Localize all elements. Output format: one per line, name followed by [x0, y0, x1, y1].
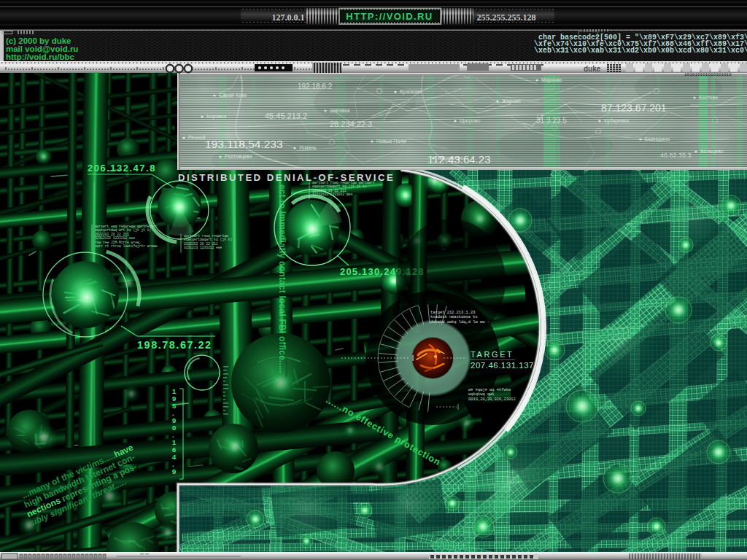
svg-text:eqwkqertdwqwrt kq (jk jk k): eqwkqertdwqwrt kq (jk jk k): [312, 184, 366, 188]
svg-text:46.82.35.3: 46.82.35.3: [660, 152, 692, 159]
svg-text:Мархово: Мархово: [541, 77, 562, 83]
svg-text:255.255.255.128: 255.255.255.128: [477, 12, 536, 23]
svg-text:2022202 20 22 211: 2022202 20 22 211: [184, 242, 218, 246]
svg-text:2022202 20 22 211: 2022202 20 22 211: [95, 233, 129, 236]
svg-text:Ростовцево: Ростовцево: [225, 154, 252, 160]
svg-text:Кубаревка: Кубаревка: [604, 118, 629, 124]
svg-text:Вяльцево: Вяльцево: [700, 149, 724, 155]
svg-text:Новые Поля: Новые Поля: [376, 139, 406, 144]
svg-text:31.3.23.5: 31.3.23.5: [536, 117, 567, 125]
svg-text:ect to immediatly contact loca: ect to immediatly contact local FBI offi…: [277, 184, 287, 373]
svg-text:32312133 1233212 ewe: 32312133 1233212 ewe: [95, 236, 135, 240]
svg-text:eqwkqertdwq wrt kq (jk jk k): eqwkqertdwq wrt kq (jk jk k): [95, 228, 151, 232]
svg-text:101010101010101010: 101010101010101010: [684, 72, 732, 77]
svg-text:Жирово: Жирово: [502, 98, 521, 104]
svg-text:198.78.67.22: 198.78.67.22: [137, 339, 212, 351]
svg-text:\xeb\x31\xc0\xab\x31\xd2\xb0\x: \xeb\x31\xc0\xab\x31\xd2\xb0\x0b\xcd\x80…: [534, 47, 747, 55]
svg-text:Боровка: Боровка: [206, 114, 226, 120]
svg-text:87.123.67.201: 87.123.67.201: [601, 102, 667, 114]
svg-text:28.234.22.3: 28.234.22.3: [330, 120, 372, 128]
svg-text:Усмань: Усмань: [299, 145, 317, 150]
svg-text:Речной: Речной: [188, 135, 205, 140]
svg-text:target 212.213.1.23: target 212.213.1.23: [430, 311, 475, 315]
svg-text:duke: duke: [584, 65, 601, 73]
svg-text:HTTP://VOID.RU: HTTP://VOID.RU: [346, 11, 433, 22]
svg-text:qwrswrt ewq reqwreqw qwrtreqw: qwrswrt ewq reqwreqw qwrtreqwrt: [95, 225, 158, 228]
svg-text:192.18.6.2: 192.18.6.2: [298, 82, 333, 90]
svg-text:Костово: Костово: [699, 95, 718, 100]
svg-text:TARGET: TARGET: [471, 350, 514, 359]
svg-text:Екатерино: Екатерино: [645, 136, 670, 142]
svg-text:112.43.64.23: 112.43.64.23: [427, 153, 490, 166]
svg-text:193.118.54.233: 193.118.54.233: [205, 138, 283, 150]
svg-text:Шаговка: Шаговка: [330, 108, 350, 113]
svg-text:207.46.131.137: 207.46.131.137: [471, 361, 534, 370]
svg-text:eqwkqertdwqwrt kq (jk k): eqwkqertdwqwrt kq (jk k): [184, 238, 232, 241]
svg-text:qwrtswrt rswq reqwrtqw: qwrtswrt rswq reqwrtqw: [184, 234, 228, 238]
svg-text:Щигрово: Щигрово: [460, 118, 480, 124]
svg-text:knadask nmaskomsa ks: knadask nmaskomsa ks: [430, 315, 478, 319]
svg-text:wqkqkwq qwk: wqkqkwq qwk: [468, 392, 495, 397]
svg-text:206.132.47.8: 206.132.47.8: [88, 163, 156, 174]
svg-text:Сарай Ково: Сарай Ково: [219, 93, 247, 98]
svg-text:http://void.ru/bbc: http://void.ru/bbc: [6, 52, 75, 61]
svg-text:rew rew JIM-Mzrre wrew,: rew rew JIM-Mzrre wrew,: [95, 241, 141, 244]
svg-text:45.45.213.2: 45.45.213.2: [265, 112, 307, 120]
svg-text:0010,20,20,020,23012: 0010,20,20,020,23012: [468, 397, 516, 402]
svg-text:9: 9: [172, 467, 176, 475]
svg-text:we eqwje wq ekfwkw: we eqwje wq ekfwkw: [468, 388, 511, 392]
svg-text:DISTRIBUTED DENIAL-OF-SERVICE: DISTRIBUTED DENIAL-OF-SERVICE: [178, 172, 395, 183]
svg-text:127.0.0.1: 127.0.0.1: [272, 12, 305, 23]
svg-text:32312133 1233212 qwe: 32312133 1233212 qwe: [312, 192, 352, 196]
svg-text:"" "": "" "": [140, 553, 149, 558]
svg-text:3231213 1233212 ewe: 3231213 1233212 ewe: [184, 246, 222, 249]
svg-text:2022202 20 22 211: 2022202 20 22 211: [312, 189, 347, 192]
svg-text:Красково: Красково: [400, 89, 422, 95]
svg-text:ewrr rt rtrew lewkifwjrtr wrww: ewrr rt rtrew lewkifwjrtr wrwww: [95, 244, 158, 248]
svg-text:dskakd owkq ldq,d lw ww -: dskakd owkq ldq,d lw ww -: [430, 320, 489, 324]
